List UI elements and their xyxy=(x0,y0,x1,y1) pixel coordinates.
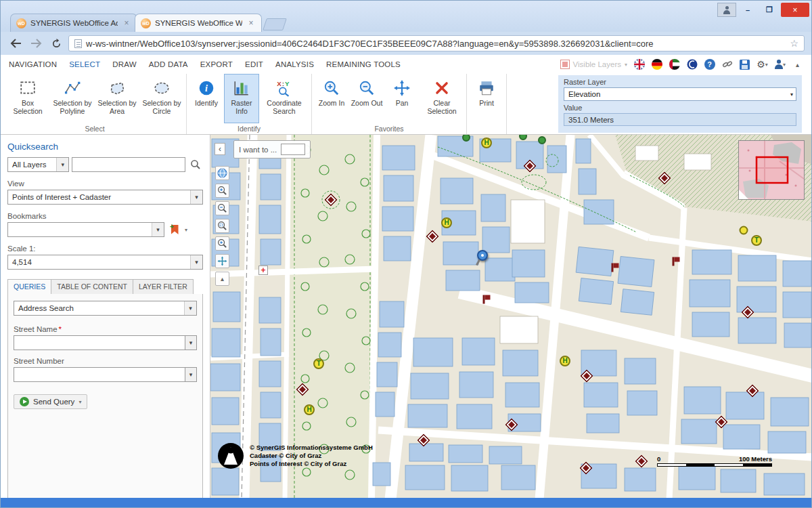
menu-tab-analysis[interactable]: ANALYSIS xyxy=(275,60,314,68)
map-marker-hotel[interactable]: H xyxy=(441,217,452,228)
previous-extent-icon[interactable] xyxy=(215,236,229,251)
quicksearch-layer-select[interactable]: All Layers xyxy=(7,157,69,172)
language-ar-flag-icon[interactable] xyxy=(669,59,680,70)
scale-combobox[interactable]: 4,514 xyxy=(7,255,203,270)
portal-globe-icon[interactable] xyxy=(686,59,698,70)
language-de-flag-icon[interactable] xyxy=(651,59,662,70)
send-query-button[interactable]: Send Query ▾ xyxy=(14,394,87,409)
map-marker-sight[interactable] xyxy=(524,160,536,172)
menu-tab-select[interactable]: SELECT xyxy=(69,60,100,68)
new-tab-button[interactable] xyxy=(263,18,287,30)
visible-layers-dropdown[interactable]: Visible Layers ▾ xyxy=(560,60,627,69)
map-marker-sight[interactable] xyxy=(426,230,438,242)
chevron-down-icon[interactable]: ▾ xyxy=(185,227,187,233)
settings-gear-button[interactable]: ⚙▾ xyxy=(757,59,768,70)
bookmarks-select[interactable] xyxy=(7,222,164,237)
tool-selection-by-area[interactable]: Selection by Area xyxy=(95,74,139,123)
help-icon[interactable]: ? xyxy=(704,59,715,70)
search-icon[interactable] xyxy=(188,157,203,172)
query-type-select[interactable]: Address Search xyxy=(14,301,197,316)
tool-zoom-out[interactable]: Zoom Out xyxy=(349,74,384,123)
menu-tab-edit[interactable]: EDIT xyxy=(245,60,263,68)
overview-map[interactable] xyxy=(738,140,805,200)
menu-tab-draw[interactable]: DRAW xyxy=(112,60,137,68)
map-marker-sight[interactable] xyxy=(581,370,593,382)
tool-zoom-in[interactable]: Zoom In xyxy=(314,74,349,123)
map-marker-flag[interactable] xyxy=(612,263,614,272)
map-marker-tram[interactable]: T xyxy=(313,358,324,369)
tool-selection-by-circle[interactable]: Selection by Circle xyxy=(139,74,184,123)
tool-coordinate-search[interactable]: X:Y Coordinate Search xyxy=(259,74,309,123)
i-want-to-widget[interactable]: I want to ... xyxy=(233,140,311,158)
menu-tab-remaining-tools[interactable]: REMAINING TOOLS xyxy=(326,60,401,68)
browser-tab-web[interactable]: wD SYNERGIS WebOffice Web × xyxy=(135,14,262,32)
close-button[interactable]: × xyxy=(781,3,809,17)
map-marker-sight[interactable] xyxy=(505,419,518,431)
map-marker-sight[interactable] xyxy=(418,434,430,446)
overview-toggle[interactable] xyxy=(739,190,748,199)
map-zoom-in-icon[interactable] xyxy=(215,184,229,198)
link-icon[interactable] xyxy=(721,59,733,70)
add-bookmark-icon[interactable]: + xyxy=(167,222,182,237)
browser-tab-admin[interactable]: wD SYNERGIS WebOffice Adm × xyxy=(10,14,137,32)
tool-pan[interactable]: Pan xyxy=(384,74,420,123)
map-marker-poi[interactable] xyxy=(740,226,748,235)
tab-queries[interactable]: QUERIES xyxy=(7,279,51,295)
collapse-ribbon-button[interactable]: ▴ xyxy=(792,59,803,70)
map-marker-sight[interactable] xyxy=(658,172,671,184)
map-marker-flag[interactable] xyxy=(673,257,675,266)
map-marker-hotel[interactable]: H xyxy=(304,404,315,415)
view-select[interactable]: Points of Interest + Cadaster xyxy=(7,190,203,205)
sidebar-collapse-button[interactable]: ‹ xyxy=(215,143,225,155)
map-marker-sight[interactable] xyxy=(742,306,754,318)
user-account-button[interactable]: ▾ xyxy=(774,59,786,70)
map-marker-tree[interactable] xyxy=(538,136,546,144)
menu-tab-export[interactable]: EXPORT xyxy=(200,60,233,68)
map-marker-sight[interactable] xyxy=(296,383,309,396)
tab-close-icon[interactable]: × xyxy=(122,18,131,28)
map-marker-tram[interactable]: T xyxy=(751,235,762,246)
minimize-button[interactable]: – xyxy=(738,3,758,17)
collapse-tools-icon[interactable]: ▴ xyxy=(215,272,229,286)
url-bar[interactable]: w-ws-wintner/WebOffice103/synserver;jses… xyxy=(68,35,805,51)
map-marker-sight[interactable] xyxy=(580,462,592,474)
chevron-down-icon[interactable]: ▾ xyxy=(185,335,197,350)
street-number-input[interactable] xyxy=(14,367,185,382)
map-marker-tree[interactable] xyxy=(519,135,527,140)
chevron-down-icon[interactable]: ▾ xyxy=(185,367,197,382)
language-en-flag-icon[interactable] xyxy=(633,59,645,70)
map-marker-sight[interactable] xyxy=(746,385,759,397)
tool-selection-by-polyline[interactable]: Selection by Polyline xyxy=(50,74,95,123)
tab-close-icon[interactable]: × xyxy=(246,18,256,28)
tool-box-selection[interactable]: Box Selection xyxy=(5,74,50,123)
bookmark-star-icon[interactable]: ☆ xyxy=(790,38,798,49)
tool-print[interactable]: Print xyxy=(469,74,504,123)
tool-clear-selection[interactable]: Clear Selection xyxy=(420,74,464,123)
map-zoom-out-icon[interactable] xyxy=(215,201,229,215)
back-button[interactable] xyxy=(7,35,24,51)
map-marker-sight[interactable] xyxy=(635,455,648,467)
zoom-window-icon[interactable] xyxy=(215,219,229,233)
map-marker-hotel[interactable]: H xyxy=(560,356,570,366)
map-canvas[interactable]: HHHHTT+ ‹ I want to ... xyxy=(210,135,811,498)
reload-button[interactable] xyxy=(48,35,64,51)
raster-layer-select[interactable]: Elevation ▾ xyxy=(564,87,796,101)
menu-tab-navigation[interactable]: NAVIGATION xyxy=(9,60,57,68)
map-marker-cross[interactable]: + xyxy=(258,266,268,275)
i-want-to-input[interactable] xyxy=(281,144,305,155)
tab-table-of-content[interactable]: TABLE OF CONTENT xyxy=(51,279,133,295)
maximize-button[interactable]: ❐ xyxy=(759,3,780,17)
map-marker-pin[interactable] xyxy=(477,250,488,261)
map-marker-hotel[interactable]: H xyxy=(481,137,492,148)
tool-raster-info[interactable]: Raster Info xyxy=(224,74,259,123)
map-marker-tree[interactable] xyxy=(462,135,470,142)
map-marker-flag[interactable] xyxy=(483,295,485,304)
save-icon[interactable] xyxy=(739,59,750,70)
map-marker-sight[interactable] xyxy=(715,416,727,428)
tool-identify[interactable]: i Identify xyxy=(189,74,224,123)
forward-button[interactable] xyxy=(28,35,44,51)
browser-profile-button[interactable] xyxy=(717,3,736,17)
street-name-input[interactable] xyxy=(14,335,185,350)
menu-tab-add-data[interactable]: ADD DATA xyxy=(149,60,188,68)
quicksearch-input[interactable] xyxy=(72,157,185,172)
